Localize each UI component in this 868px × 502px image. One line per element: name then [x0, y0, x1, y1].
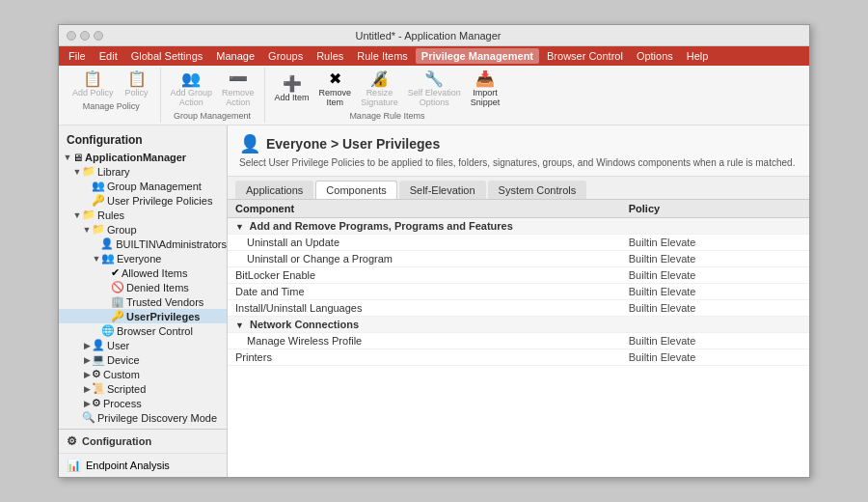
content-header: 👤 Everyone > User Privileges Select User… — [228, 126, 809, 177]
tab-self-elevation[interactable]: Self-Elevation — [399, 181, 486, 199]
tree-everyone[interactable]: ▼ 👥 Everyone — [59, 251, 227, 265]
tree-scripted-expand: ▶ — [82, 384, 92, 394]
manage-policy-label: Manage Policy — [83, 101, 140, 111]
sidebar-tree: Configuration ▼ 🖥 ApplicationManager ▼ 📁… — [59, 126, 227, 429]
tree-browser-control[interactable]: 🌐 Browser Control — [59, 323, 227, 338]
tree-privilege-discovery[interactable]: 🔍 Privilege Discovery Mode — [59, 410, 227, 425]
table-row: Printers Builtin Elevate — [228, 349, 809, 366]
remove-action-button[interactable]: ➖ RemoveAction — [218, 70, 258, 109]
tree-group[interactable]: ▼ 📁 Group — [59, 222, 227, 237]
tree-denied-items[interactable]: 🚫 Denied Items — [59, 280, 227, 294]
toolbar: 📋 Add Policy 📋 Policy Manage Policy 👥 Ad… — [59, 66, 809, 126]
components-table: Component Policy ▼ Add and Remove Progra… — [228, 200, 809, 366]
endpoint-nav-label: Endpoint Analysis — [86, 460, 170, 471]
menu-edit[interactable]: Edit — [94, 48, 123, 64]
remove-action-icon: ➖ — [229, 71, 248, 87]
tree-library[interactable]: ▼ 📁 Library — [59, 164, 227, 179]
window-btn-1[interactable] — [67, 31, 76, 41]
toolbar-group-management: 👥 Add GroupAction ➖ RemoveAction Group M… — [161, 68, 265, 123]
tree-label-scripted: Scripted — [107, 383, 146, 395]
menu-privilege-management[interactable]: Privilege Management — [416, 48, 539, 64]
menu-global-settings[interactable]: Global Settings — [125, 48, 209, 64]
tree-group-management[interactable]: 👥 Group Management — [59, 179, 227, 193]
menu-groups[interactable]: Groups — [262, 48, 309, 64]
add-policy-label: Add Policy — [72, 88, 114, 98]
tab-applications[interactable]: Applications — [235, 181, 313, 199]
library-icon: 📁 — [82, 165, 95, 178]
tree-builtin-admins[interactable]: 👤 BUILTIN\Administrators — [59, 237, 227, 251]
content-panel: 👤 Everyone > User Privileges Select User… — [228, 126, 809, 477]
add-group-icon: 👥 — [181, 71, 201, 87]
tree-label-group: Group — [107, 224, 137, 236]
tab-system-controls[interactable]: System Controls — [488, 181, 587, 199]
tree-device[interactable]: ▶ 💻 Device — [59, 352, 227, 367]
remove-item-button[interactable]: ✖ RemoveItem — [315, 70, 356, 109]
tree-label-group-mgmt: Group Management — [107, 181, 202, 192]
row-printers-component: Printers — [228, 349, 621, 366]
add-item-label: Add Item — [275, 93, 310, 102]
window-btn-2[interactable] — [80, 31, 90, 41]
tree-trusted-vendors[interactable]: 🏢 Trusted Vendors — [59, 294, 227, 309]
self-elevation-label: Self ElevationOptions — [408, 88, 461, 107]
tree-allowed-items[interactable]: ✔ Allowed Items — [59, 265, 227, 280]
tree-label-privilege-discovery: Privilege Discovery Mode — [97, 412, 217, 424]
tree-group-expand: ▼ — [82, 225, 92, 235]
section-2-name: ▼ Network Connections — [228, 317, 809, 333]
menu-options[interactable]: Options — [631, 48, 679, 64]
privilege-discovery-icon: 🔍 — [82, 411, 95, 424]
add-policy-button[interactable]: 📋 Add Policy — [68, 70, 118, 99]
tree-label-user-privileges: UserPrivileges — [126, 311, 200, 322]
tree-application-manager[interactable]: ▼ 🖥 ApplicationManager — [59, 151, 227, 164]
toolbar-group-rule-items: ➕ Add Item ✖ RemoveItem 🔏 ResizeSignatur… — [265, 68, 510, 123]
sidebar-nav-configuration[interactable]: ⚙ Configuration — [59, 430, 227, 454]
add-group-action-button[interactable]: 👥 Add GroupAction — [167, 70, 217, 109]
tree-label-process: Process — [103, 398, 142, 409]
menu-manage[interactable]: Manage — [210, 48, 260, 64]
custom-icon: ⚙ — [92, 368, 101, 380]
sidebar-nav-endpoint-analysis[interactable]: 📊 Endpoint Analysis — [59, 454, 227, 477]
row-uninstall-update-policy: Builtin Elevate — [621, 235, 809, 251]
resize-signature-button[interactable]: 🔏 ResizeSignature — [357, 70, 402, 109]
tree-expand-icon: ▼ — [63, 153, 72, 162]
tree-rules[interactable]: ▼ 📁 Rules — [59, 208, 227, 222]
import-snippet-button[interactable]: 📥 ImportSnippet — [467, 70, 504, 109]
menu-browser-control[interactable]: Browser Control — [541, 48, 629, 64]
content-description: Select User Privilege Policies to be app… — [239, 157, 798, 168]
application-window: Untitled* - Application Manager File Edi… — [58, 24, 810, 478]
self-elevation-icon: 🔧 — [424, 71, 444, 87]
tree-rules-expand: ▼ — [72, 210, 82, 220]
row-datetime-component: Date and Time — [228, 284, 621, 300]
menu-help[interactable]: Help — [681, 48, 715, 64]
row-uninstall-update-component: Uninstall an Update — [228, 235, 621, 251]
menu-rules[interactable]: Rules — [311, 48, 349, 64]
endpoint-nav-icon: 📊 — [67, 459, 81, 472]
import-snippet-label: ImportSnippet — [471, 88, 501, 107]
add-item-button[interactable]: ➕ Add Item — [271, 74, 313, 104]
menu-bar: File Edit Global Settings Manage Groups … — [59, 46, 809, 66]
menu-file[interactable]: File — [63, 48, 92, 64]
device-icon: 💻 — [92, 353, 105, 366]
group-icon: 📁 — [92, 223, 105, 236]
tree-user-privilege-policies[interactable]: 🔑 User Privilege Policies — [59, 193, 227, 208]
tree-process[interactable]: ▶ ⚙ Process — [59, 396, 227, 410]
section-1-chevron: ▼ — [235, 222, 244, 232]
group-management-label: Group Management — [174, 111, 251, 121]
tree-user[interactable]: ▶ 👤 User — [59, 338, 227, 352]
table-row: Install/Uninstall Languages Builtin Elev… — [228, 300, 809, 317]
tree-label-custom: Custom — [103, 369, 140, 380]
tree-custom[interactable]: ▶ ⚙ Custom — [59, 367, 227, 381]
sidebar-nav: ⚙ Configuration 📊 Endpoint Analysis 📋 Ru… — [59, 429, 227, 477]
tab-components[interactable]: Components — [315, 181, 396, 199]
policy-button[interactable]: 📋 Policy — [120, 70, 154, 99]
window-btn-3[interactable] — [94, 31, 103, 41]
tree-user-privileges[interactable]: 🔑 UserPrivileges — [59, 309, 227, 323]
tree-label-trusted-vendors: Trusted Vendors — [126, 296, 203, 308]
resize-signature-label: ResizeSignature — [361, 88, 398, 107]
menu-rule-items[interactable]: Rule Items — [351, 48, 414, 64]
tree-label-browser-control: Browser Control — [117, 325, 193, 337]
table-row: Uninstall an Update Builtin Elevate — [228, 235, 809, 251]
tree-scripted[interactable]: ▶ 📜 Scripted — [59, 381, 227, 396]
row-uninstall-change-component: Uninstall or Change a Program — [228, 251, 621, 267]
resize-signature-icon: 🔏 — [369, 71, 389, 87]
self-elevation-button[interactable]: 🔧 Self ElevationOptions — [404, 70, 465, 109]
